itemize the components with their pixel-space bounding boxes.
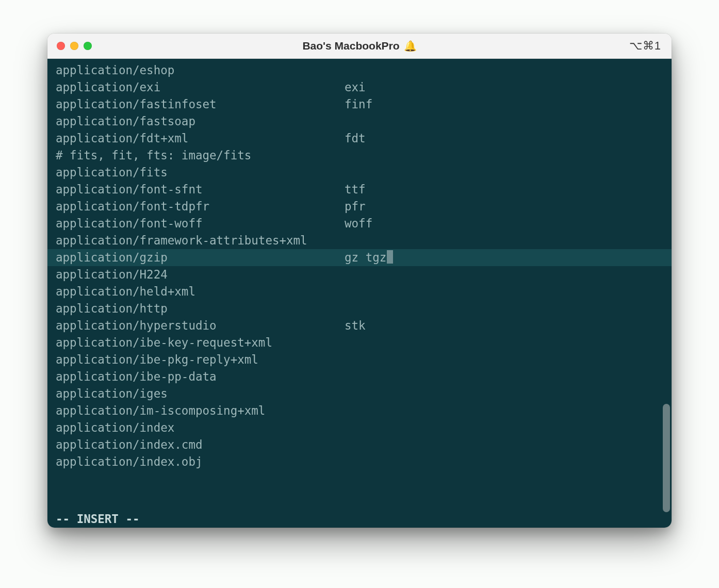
mime-type-text: application/H224	[56, 266, 345, 283]
extension-text: exi	[345, 79, 672, 96]
terminal-viewport[interactable]: application/eshopapplication/exiexiappli…	[47, 59, 672, 528]
extension-text: ttf	[345, 181, 672, 198]
terminal-line[interactable]: application/index.cmd	[47, 436, 672, 453]
terminal-line[interactable]: application/font-sfntttf	[47, 181, 672, 198]
extension-text: fdt	[345, 130, 672, 147]
terminal-line[interactable]: application/hyperstudiostk	[47, 317, 672, 334]
terminal-line[interactable]: application/fastsoap	[47, 113, 672, 130]
extension-text: pfr	[345, 198, 672, 215]
mime-type-text: application/gzip	[56, 249, 345, 266]
mime-type-text: application/iges	[56, 385, 345, 402]
bell-icon: 🔔	[404, 41, 417, 51]
mime-type-text: application/fastsoap	[56, 113, 345, 130]
terminal-line[interactable]: application/font-woffwoff	[47, 215, 672, 232]
mime-type-text: application/http	[56, 300, 345, 317]
mime-type-text: application/exi	[56, 79, 345, 96]
traffic-lights	[57, 42, 92, 50]
terminal-line[interactable]: application/http	[47, 300, 672, 317]
mime-type-text: application/font-tdpfr	[56, 198, 345, 215]
terminal-line[interactable]: application/index.obj	[47, 453, 672, 470]
extension-text: gz tgz	[345, 249, 672, 266]
extension-text: finf	[345, 96, 672, 113]
mime-type-text: application/ibe-pp-data	[56, 368, 345, 385]
mime-type-text: application/hyperstudio	[56, 317, 345, 334]
mime-type-text: application/index	[56, 419, 345, 436]
scrollbar-thumb[interactable]	[663, 404, 670, 512]
extension-text: stk	[345, 317, 672, 334]
terminal-line[interactable]: application/H224	[47, 266, 672, 283]
terminal-line[interactable]: application/framework-attributes+xml	[47, 232, 672, 249]
mime-type-text: application/font-sfnt	[56, 181, 345, 198]
mime-type-text: application/framework-attributes+xml	[56, 232, 345, 249]
terminal-line[interactable]: application/ibe-pkg-reply+xml	[47, 351, 672, 368]
text-cursor	[387, 250, 393, 264]
mime-type-text: application/font-woff	[56, 215, 345, 232]
close-icon[interactable]	[57, 42, 65, 50]
mime-type-text: application/ibe-pkg-reply+xml	[56, 351, 345, 368]
keyboard-shortcut-label: ⌥⌘1	[629, 39, 661, 53]
terminal-line[interactable]: application/index	[47, 419, 672, 436]
terminal-line[interactable]: application/fdt+xmlfdt	[47, 130, 672, 147]
mime-type-text: application/fits	[56, 164, 345, 181]
minimize-icon[interactable]	[70, 42, 78, 50]
terminal-content[interactable]: application/eshopapplication/exiexiappli…	[47, 62, 672, 470]
mime-type-text: application/im-iscomposing+xml	[56, 402, 345, 419]
terminal-line[interactable]: application/im-iscomposing+xml	[47, 402, 672, 419]
mime-type-text: application/fdt+xml	[56, 130, 345, 147]
mime-type-text: application/eshop	[56, 62, 345, 79]
mime-type-text: application/index.obj	[56, 453, 345, 470]
terminal-line[interactable]: application/ibe-key-request+xml	[47, 334, 672, 351]
terminal-line[interactable]: application/fits	[47, 164, 672, 181]
mime-type-text: application/fastinfoset	[56, 96, 345, 113]
terminal-line[interactable]: application/font-tdpfrpfr	[47, 198, 672, 215]
mime-type-text: application/held+xml	[56, 283, 345, 300]
terminal-line[interactable]: # fits, fit, fts: image/fits	[47, 147, 672, 164]
terminal-line[interactable]: application/fastinfosetfinf	[47, 96, 672, 113]
mime-type-text: application/ibe-key-request+xml	[56, 334, 345, 351]
terminal-line[interactable]: application/eshop	[47, 62, 672, 79]
mime-type-text: application/index.cmd	[56, 436, 345, 453]
zoom-icon[interactable]	[84, 42, 92, 50]
vim-mode-status: -- INSERT --	[56, 512, 140, 526]
terminal-line[interactable]: application/exiexi	[47, 79, 672, 96]
extension-text: woff	[345, 215, 672, 232]
window-title: Bao's MacbookPro 🔔	[302, 40, 416, 52]
terminal-line[interactable]: application/ibe-pp-data	[47, 368, 672, 385]
titlebar[interactable]: Bao's MacbookPro 🔔 ⌥⌘1	[47, 34, 672, 59]
scrollbar-track[interactable]	[661, 59, 671, 528]
terminal-line[interactable]: application/held+xml	[47, 283, 672, 300]
window-title-text: Bao's MacbookPro	[302, 40, 399, 52]
terminal-line[interactable]: application/iges	[47, 385, 672, 402]
terminal-line[interactable]: application/gzipgz tgz	[47, 249, 672, 266]
terminal-window: Bao's MacbookPro 🔔 ⌥⌘1 application/eshop…	[47, 34, 672, 528]
mime-type-text: # fits, fit, fts: image/fits	[56, 147, 345, 164]
